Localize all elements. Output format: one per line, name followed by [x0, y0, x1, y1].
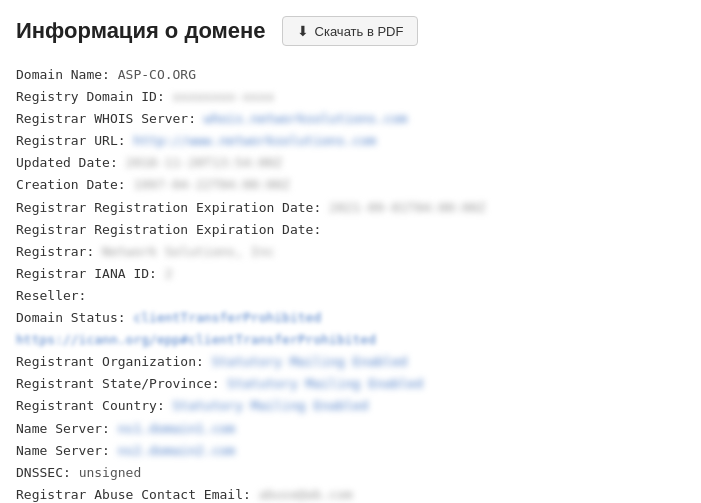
whois-row: Registrar Abuse Contact Email: abuse@ab.… — [16, 484, 685, 503]
whois-row: Registrant Country: Statutory Mailing En… — [16, 395, 685, 417]
field-label: Registrar WHOIS Server: — [16, 111, 196, 126]
field-value: xxxxxxxx-xxxx — [173, 89, 275, 104]
whois-row: Updated Date: 2018-11-20T13:54:00Z — [16, 152, 685, 174]
field-label: Reseller: — [16, 288, 86, 303]
field-value: ASP-CO.ORG — [118, 67, 196, 82]
field-label: Updated Date: — [16, 155, 118, 170]
field-label: DNSSEC: — [16, 465, 71, 480]
field-value: Network Solutions, Inc — [102, 244, 274, 259]
download-pdf-button[interactable]: ⬇ Скачать в PDF — [282, 16, 419, 46]
field-value: 2 — [165, 266, 173, 281]
field-label: Domain Name: — [16, 67, 110, 82]
whois-row: Registrant Organization: Statutory Maili… — [16, 351, 685, 373]
field-value: Statutory Mailing Enabled — [212, 354, 408, 369]
whois-row: DNSSEC: unsigned — [16, 462, 685, 484]
field-value: 2021-09-01T04:00:00Z — [329, 200, 486, 215]
field-value: abuse@ab.com — [259, 487, 353, 502]
field-label: Registrar: — [16, 244, 94, 259]
whois-row: Registrar IANA ID: 2 — [16, 263, 685, 285]
whois-row: Name Server: ns2.domain2.com — [16, 440, 685, 462]
whois-row: Name Server: ns1.domain1.com — [16, 418, 685, 440]
field-value: http://www.networksolutions.com — [133, 133, 376, 148]
field-label: Registrant State/Province: — [16, 376, 220, 391]
whois-row: Registrant State/Province: Statutory Mai… — [16, 373, 685, 395]
whois-row: Domain Status: clientTransferProhibited … — [16, 307, 685, 351]
field-label: Name Server: — [16, 443, 110, 458]
whois-row: Reseller: — [16, 285, 685, 307]
field-label: Domain Status: — [16, 310, 126, 325]
field-value: Statutory Mailing Enabled — [173, 398, 369, 413]
field-label: Creation Date: — [16, 177, 126, 192]
field-label: Registrar Registration Expiration Date: — [16, 200, 321, 215]
field-value: ns1.domain1.com — [118, 421, 235, 436]
page-title: Информация о домене — [16, 18, 266, 44]
whois-row: Registrar Registration Expiration Date: … — [16, 197, 685, 219]
field-label: Registrar IANA ID: — [16, 266, 157, 281]
field-label: Registrar Registration Expiration Date: — [16, 222, 321, 237]
whois-content: Domain Name: ASP-CO.ORGRegistry Domain I… — [16, 64, 685, 503]
field-value: whois.networksolutions.com — [204, 111, 408, 126]
field-value: 2018-11-20T13:54:00Z — [126, 155, 283, 170]
field-label: Registry Domain ID: — [16, 89, 165, 104]
field-label: Registrant Organization: — [16, 354, 204, 369]
whois-row: Registrar WHOIS Server: whois.networksol… — [16, 108, 685, 130]
field-value: 1997-04-22T04:00:00Z — [133, 177, 290, 192]
field-label: Registrar Abuse Contact Email: — [16, 487, 251, 502]
download-btn-label: Скачать в PDF — [315, 24, 404, 39]
field-value: ns2.domain2.com — [118, 443, 235, 458]
field-value: unsigned — [79, 465, 142, 480]
whois-row: Registry Domain ID: xxxxxxxx-xxxx — [16, 86, 685, 108]
whois-row: Registrar Registration Expiration Date: — [16, 219, 685, 241]
whois-row: Registrar URL: http://www.networksolutio… — [16, 130, 685, 152]
whois-row: Registrar: Network Solutions, Inc — [16, 241, 685, 263]
page-header: Информация о домене ⬇ Скачать в PDF — [16, 16, 685, 46]
whois-row: Domain Name: ASP-CO.ORG — [16, 64, 685, 86]
download-icon: ⬇ — [297, 23, 309, 39]
field-label: Registrant Country: — [16, 398, 165, 413]
field-label: Name Server: — [16, 421, 110, 436]
field-label: Registrar URL: — [16, 133, 126, 148]
field-value: Statutory Mailing Enabled — [227, 376, 423, 391]
whois-row: Creation Date: 1997-04-22T04:00:00Z — [16, 174, 685, 196]
